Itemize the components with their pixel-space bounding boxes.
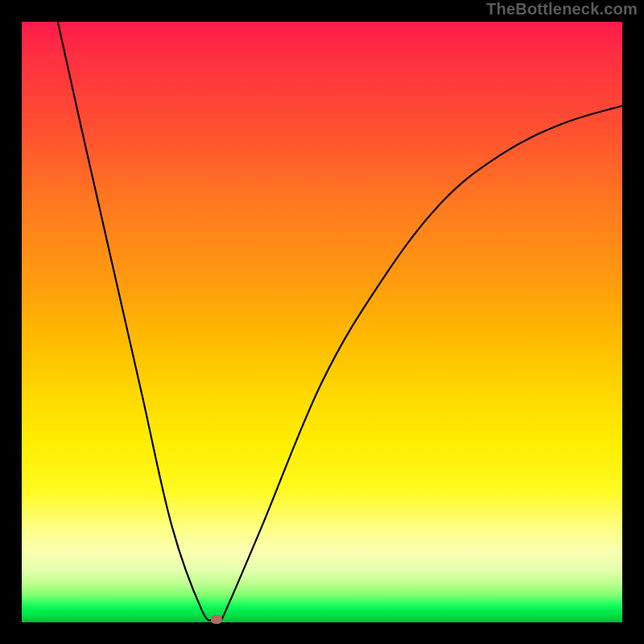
optimal-point-marker xyxy=(211,615,222,624)
watermark-text: TheBottleneck.com xyxy=(486,0,638,19)
chart-frame: TheBottleneck.com xyxy=(0,0,644,644)
bottleneck-curve xyxy=(22,22,622,622)
